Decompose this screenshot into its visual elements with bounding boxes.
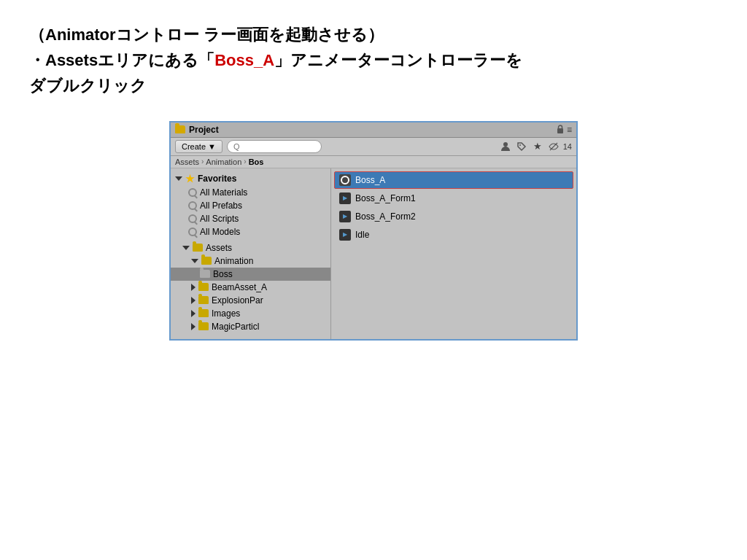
search-icon-models — [188, 228, 197, 236]
eye-icon[interactable] — [547, 140, 560, 153]
favorites-header[interactable]: ★ Favorites — [171, 171, 330, 186]
search-icon-prefabs — [188, 201, 197, 210]
panel-folder-icon — [175, 125, 185, 133]
instruction-highlight: Boss_A — [214, 51, 274, 69]
boss-folder-icon — [200, 270, 210, 278]
sidebar-item-all-prefabs[interactable]: All Prefabs — [171, 199, 330, 212]
sidebar-item-all-materials[interactable]: All Materials — [171, 186, 330, 199]
instruction-line2-prefix: ・Assetsエリアにある「 — [29, 51, 214, 69]
images-label: Images — [212, 308, 240, 319]
content-item-idle[interactable]: Idle — [334, 226, 573, 244]
images-folder-icon — [198, 309, 209, 317]
beam-label: BeamAsset_A — [212, 282, 267, 292]
magic-folder-icon — [198, 322, 209, 330]
breadcrumb-animation[interactable]: Animation — [206, 158, 241, 166]
boss-folder-row[interactable]: Boss — [171, 268, 330, 281]
panel-body: ★ Favorites All Materials All Prefabs — [171, 168, 576, 339]
sidebar-label-prefabs: All Prefabs — [200, 201, 242, 211]
star-filter-icon[interactable]: ★ — [531, 140, 544, 153]
count-badge: 14 — [563, 142, 572, 151]
person-icon[interactable] — [499, 140, 512, 153]
panel-titlebar: Project ≡ — [171, 122, 576, 138]
animation-label: Animation — [214, 256, 253, 266]
assets-triangle — [182, 246, 190, 250]
search-input[interactable] — [227, 140, 322, 153]
explosion-folder-row[interactable]: ExplosionPar — [171, 294, 330, 307]
breadcrumb-assets[interactable]: Assets — [175, 158, 199, 166]
sidebar-item-all-scripts[interactable]: All Scripts — [171, 212, 330, 225]
explosion-folder-icon — [198, 296, 209, 304]
breadcrumb-sep1: › — [201, 158, 204, 166]
instruction-line2: ・Assetsエリアにある「Boss_A」アニメーターコントローラーを — [29, 47, 718, 73]
panel-title-right: ≡ — [557, 125, 572, 135]
assets-folder-row[interactable]: Assets — [171, 241, 330, 254]
search-icon-scripts — [188, 214, 197, 223]
svg-point-1 — [503, 142, 508, 147]
svg-rect-0 — [557, 128, 563, 133]
sidebar-label-materials: All Materials — [200, 187, 247, 198]
animator-icon-boss-a — [339, 174, 351, 186]
sidebar: ★ Favorites All Materials All Prefabs — [171, 168, 331, 339]
panel-toolbar: Create ▼ ★ — [171, 138, 576, 156]
assets-label: Assets — [206, 243, 232, 253]
magic-label: MagicParticl — [212, 322, 259, 332]
sidebar-label-scripts: All Scripts — [200, 214, 239, 224]
breadcrumb-sep2: › — [244, 158, 246, 166]
create-button[interactable]: Create ▼ — [175, 140, 222, 153]
clip-icon-form2 — [339, 211, 351, 222]
assets-section: Assets Animation Boss — [171, 241, 330, 333]
assets-folder-icon — [193, 244, 203, 252]
beam-asset-folder-row[interactable]: BeamAsset_A — [171, 281, 330, 294]
explosion-label: ExplosionPar — [212, 295, 263, 306]
clip-icon-form1 — [339, 192, 351, 204]
sidebar-label-models: All Models — [200, 227, 240, 237]
magic-triangle — [191, 323, 196, 330]
breadcrumb-bar: Assets › Animation › Bos — [171, 156, 576, 168]
content-pane: Boss_A Boss_A_Form1 Boss_A_Form2 Idle — [331, 168, 576, 339]
content-label-boss-a: Boss_A — [355, 175, 385, 185]
instruction-line1: （Animatorコントロー ラー画面を起動させる） — [29, 22, 718, 47]
unity-panel-wrapper: Project ≡ Create ▼ — [29, 121, 718, 341]
lock-icon — [557, 125, 564, 134]
favorites-label: Favorites — [198, 174, 236, 184]
breadcrumb-boss[interactable]: Bos — [249, 158, 264, 166]
content-label-form1: Boss_A_Form1 — [355, 193, 416, 203]
instruction-block: （Animatorコントロー ラー画面を起動させる） ・Assetsエリアにある… — [29, 22, 718, 99]
explosion-triangle — [191, 297, 196, 304]
beam-folder-icon — [198, 283, 209, 291]
sidebar-item-all-models[interactable]: All Models — [171, 225, 330, 238]
instruction-line3: ダブルクリック — [29, 73, 718, 98]
favorites-triangle — [175, 176, 182, 181]
animation-triangle — [191, 259, 198, 263]
instruction-line2-suffix: 」アニメーターコントローラーを — [274, 51, 522, 69]
content-item-boss-a[interactable]: Boss_A — [334, 171, 573, 189]
tag-icon[interactable] — [515, 140, 528, 153]
page-container: （Animatorコントロー ラー画面を起動させる） ・Assetsエリアにある… — [0, 0, 747, 560]
favorites-star-icon: ★ — [185, 173, 195, 184]
content-label-idle: Idle — [355, 230, 369, 240]
content-label-form2: Boss_A_Form2 — [355, 211, 416, 222]
panel-menu-icon[interactable]: ≡ — [567, 125, 572, 135]
toolbar-icons: ★ 14 — [499, 140, 572, 153]
panel-title: Project — [189, 125, 219, 135]
images-triangle — [191, 310, 196, 317]
magic-folder-row[interactable]: MagicParticl — [171, 320, 330, 333]
boss-label: Boss — [213, 269, 233, 279]
search-icon-materials — [188, 188, 197, 197]
animation-folder-icon — [201, 257, 212, 265]
unity-project-panel: Project ≡ Create ▼ — [169, 121, 578, 341]
images-folder-row[interactable]: Images — [171, 307, 330, 320]
animation-folder-row[interactable]: Animation — [171, 254, 330, 268]
svg-point-2 — [519, 144, 521, 146]
beam-triangle — [191, 284, 196, 291]
panel-title-left: Project — [175, 125, 219, 135]
content-item-boss-a-form1[interactable]: Boss_A_Form1 — [334, 190, 573, 207]
clip-icon-idle — [339, 229, 351, 241]
favorites-section: ★ Favorites All Materials All Prefabs — [171, 171, 330, 238]
content-item-boss-a-form2[interactable]: Boss_A_Form2 — [334, 208, 573, 225]
